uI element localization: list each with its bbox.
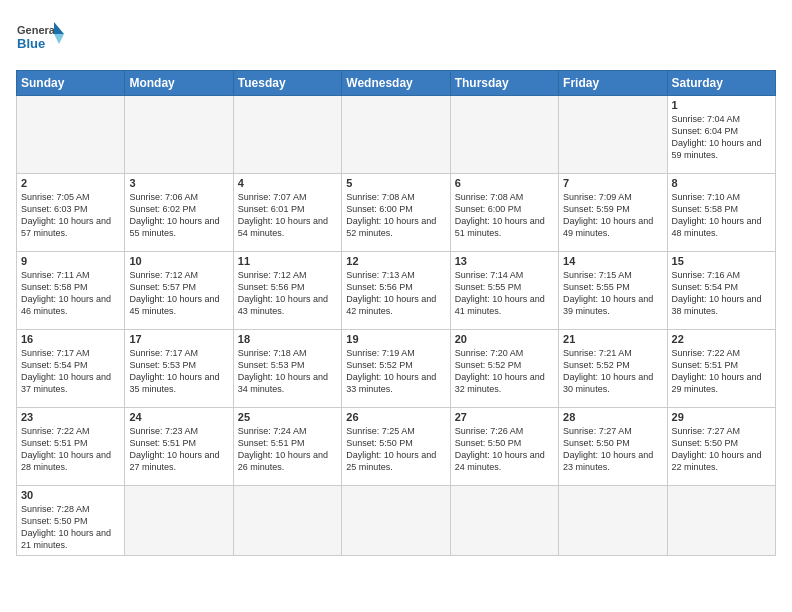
calendar-cell: 27Sunrise: 7:26 AM Sunset: 5:50 PM Dayli… xyxy=(450,408,558,486)
calendar-cell: 19Sunrise: 7:19 AM Sunset: 5:52 PM Dayli… xyxy=(342,330,450,408)
calendar-cell: 22Sunrise: 7:22 AM Sunset: 5:51 PM Dayli… xyxy=(667,330,775,408)
day-number: 25 xyxy=(238,411,337,423)
header: General Blue xyxy=(16,16,776,60)
day-info: Sunrise: 7:28 AM Sunset: 5:50 PM Dayligh… xyxy=(21,503,120,552)
calendar-cell: 29Sunrise: 7:27 AM Sunset: 5:50 PM Dayli… xyxy=(667,408,775,486)
day-number: 30 xyxy=(21,489,120,501)
day-number: 24 xyxy=(129,411,228,423)
calendar-week-0: 1Sunrise: 7:04 AM Sunset: 6:04 PM Daylig… xyxy=(17,96,776,174)
day-number: 23 xyxy=(21,411,120,423)
calendar-cell: 14Sunrise: 7:15 AM Sunset: 5:55 PM Dayli… xyxy=(559,252,667,330)
calendar-cell xyxy=(233,96,341,174)
calendar-cell: 24Sunrise: 7:23 AM Sunset: 5:51 PM Dayli… xyxy=(125,408,233,486)
day-info: Sunrise: 7:11 AM Sunset: 5:58 PM Dayligh… xyxy=(21,269,120,318)
day-number: 13 xyxy=(455,255,554,267)
calendar-cell: 3Sunrise: 7:06 AM Sunset: 6:02 PM Daylig… xyxy=(125,174,233,252)
calendar-cell: 26Sunrise: 7:25 AM Sunset: 5:50 PM Dayli… xyxy=(342,408,450,486)
calendar-cell: 7Sunrise: 7:09 AM Sunset: 5:59 PM Daylig… xyxy=(559,174,667,252)
calendar-cell xyxy=(450,96,558,174)
day-info: Sunrise: 7:18 AM Sunset: 5:53 PM Dayligh… xyxy=(238,347,337,396)
logo: General Blue xyxy=(16,16,66,60)
calendar-cell xyxy=(125,96,233,174)
day-info: Sunrise: 7:12 AM Sunset: 5:57 PM Dayligh… xyxy=(129,269,228,318)
day-number: 29 xyxy=(672,411,771,423)
day-info: Sunrise: 7:21 AM Sunset: 5:52 PM Dayligh… xyxy=(563,347,662,396)
calendar-table: SundayMondayTuesdayWednesdayThursdayFrid… xyxy=(16,70,776,556)
calendar-cell xyxy=(559,96,667,174)
calendar-header-wednesday: Wednesday xyxy=(342,71,450,96)
calendar-cell: 11Sunrise: 7:12 AM Sunset: 5:56 PM Dayli… xyxy=(233,252,341,330)
day-number: 4 xyxy=(238,177,337,189)
day-number: 10 xyxy=(129,255,228,267)
calendar-cell: 2Sunrise: 7:05 AM Sunset: 6:03 PM Daylig… xyxy=(17,174,125,252)
day-number: 19 xyxy=(346,333,445,345)
calendar-week-1: 2Sunrise: 7:05 AM Sunset: 6:03 PM Daylig… xyxy=(17,174,776,252)
day-info: Sunrise: 7:13 AM Sunset: 5:56 PM Dayligh… xyxy=(346,269,445,318)
calendar-cell: 16Sunrise: 7:17 AM Sunset: 5:54 PM Dayli… xyxy=(17,330,125,408)
calendar-header-thursday: Thursday xyxy=(450,71,558,96)
day-number: 7 xyxy=(563,177,662,189)
day-number: 2 xyxy=(21,177,120,189)
calendar-cell xyxy=(233,486,341,556)
logo-svg: General Blue xyxy=(16,16,66,60)
calendar-cell: 8Sunrise: 7:10 AM Sunset: 5:58 PM Daylig… xyxy=(667,174,775,252)
calendar-cell xyxy=(559,486,667,556)
calendar-header-saturday: Saturday xyxy=(667,71,775,96)
day-info: Sunrise: 7:12 AM Sunset: 5:56 PM Dayligh… xyxy=(238,269,337,318)
day-info: Sunrise: 7:22 AM Sunset: 5:51 PM Dayligh… xyxy=(672,347,771,396)
svg-text:General: General xyxy=(17,24,58,36)
day-number: 5 xyxy=(346,177,445,189)
day-number: 14 xyxy=(563,255,662,267)
day-info: Sunrise: 7:22 AM Sunset: 5:51 PM Dayligh… xyxy=(21,425,120,474)
day-info: Sunrise: 7:09 AM Sunset: 5:59 PM Dayligh… xyxy=(563,191,662,240)
calendar-cell xyxy=(342,486,450,556)
day-info: Sunrise: 7:17 AM Sunset: 5:53 PM Dayligh… xyxy=(129,347,228,396)
calendar-cell xyxy=(17,96,125,174)
calendar-cell: 4Sunrise: 7:07 AM Sunset: 6:01 PM Daylig… xyxy=(233,174,341,252)
day-number: 16 xyxy=(21,333,120,345)
calendar-cell: 20Sunrise: 7:20 AM Sunset: 5:52 PM Dayli… xyxy=(450,330,558,408)
day-number: 3 xyxy=(129,177,228,189)
day-info: Sunrise: 7:07 AM Sunset: 6:01 PM Dayligh… xyxy=(238,191,337,240)
calendar-cell: 18Sunrise: 7:18 AM Sunset: 5:53 PM Dayli… xyxy=(233,330,341,408)
calendar-cell: 13Sunrise: 7:14 AM Sunset: 5:55 PM Dayli… xyxy=(450,252,558,330)
day-number: 26 xyxy=(346,411,445,423)
calendar-cell: 23Sunrise: 7:22 AM Sunset: 5:51 PM Dayli… xyxy=(17,408,125,486)
day-number: 1 xyxy=(672,99,771,111)
calendar-header-tuesday: Tuesday xyxy=(233,71,341,96)
calendar-cell: 15Sunrise: 7:16 AM Sunset: 5:54 PM Dayli… xyxy=(667,252,775,330)
calendar-cell: 21Sunrise: 7:21 AM Sunset: 5:52 PM Dayli… xyxy=(559,330,667,408)
calendar-cell: 17Sunrise: 7:17 AM Sunset: 5:53 PM Dayli… xyxy=(125,330,233,408)
page: General Blue SundayMondayTuesdayWednesda… xyxy=(0,0,792,564)
calendar-week-4: 23Sunrise: 7:22 AM Sunset: 5:51 PM Dayli… xyxy=(17,408,776,486)
day-info: Sunrise: 7:19 AM Sunset: 5:52 PM Dayligh… xyxy=(346,347,445,396)
day-info: Sunrise: 7:24 AM Sunset: 5:51 PM Dayligh… xyxy=(238,425,337,474)
day-number: 27 xyxy=(455,411,554,423)
day-number: 17 xyxy=(129,333,228,345)
day-info: Sunrise: 7:05 AM Sunset: 6:03 PM Dayligh… xyxy=(21,191,120,240)
svg-text:Blue: Blue xyxy=(17,36,45,51)
day-number: 11 xyxy=(238,255,337,267)
day-number: 22 xyxy=(672,333,771,345)
day-number: 12 xyxy=(346,255,445,267)
calendar-cell: 9Sunrise: 7:11 AM Sunset: 5:58 PM Daylig… xyxy=(17,252,125,330)
day-info: Sunrise: 7:23 AM Sunset: 5:51 PM Dayligh… xyxy=(129,425,228,474)
day-info: Sunrise: 7:14 AM Sunset: 5:55 PM Dayligh… xyxy=(455,269,554,318)
day-info: Sunrise: 7:15 AM Sunset: 5:55 PM Dayligh… xyxy=(563,269,662,318)
calendar-cell: 25Sunrise: 7:24 AM Sunset: 5:51 PM Dayli… xyxy=(233,408,341,486)
day-number: 18 xyxy=(238,333,337,345)
day-info: Sunrise: 7:20 AM Sunset: 5:52 PM Dayligh… xyxy=(455,347,554,396)
day-info: Sunrise: 7:10 AM Sunset: 5:58 PM Dayligh… xyxy=(672,191,771,240)
day-info: Sunrise: 7:06 AM Sunset: 6:02 PM Dayligh… xyxy=(129,191,228,240)
day-number: 28 xyxy=(563,411,662,423)
calendar-cell xyxy=(125,486,233,556)
calendar-cell xyxy=(342,96,450,174)
day-info: Sunrise: 7:26 AM Sunset: 5:50 PM Dayligh… xyxy=(455,425,554,474)
calendar-cell: 1Sunrise: 7:04 AM Sunset: 6:04 PM Daylig… xyxy=(667,96,775,174)
calendar-cell: 6Sunrise: 7:08 AM Sunset: 6:00 PM Daylig… xyxy=(450,174,558,252)
calendar-cell: 28Sunrise: 7:27 AM Sunset: 5:50 PM Dayli… xyxy=(559,408,667,486)
day-number: 15 xyxy=(672,255,771,267)
day-number: 6 xyxy=(455,177,554,189)
day-info: Sunrise: 7:27 AM Sunset: 5:50 PM Dayligh… xyxy=(563,425,662,474)
day-info: Sunrise: 7:27 AM Sunset: 5:50 PM Dayligh… xyxy=(672,425,771,474)
